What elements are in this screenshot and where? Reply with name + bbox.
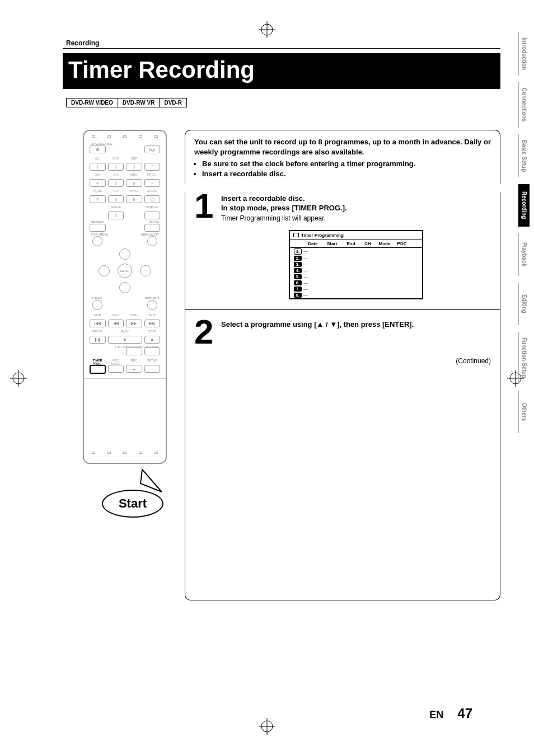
media-tag: DVD-RW VIDEO <box>66 98 118 107</box>
dpad: ENTER <box>99 248 151 293</box>
table-row: 2.--- <box>290 255 422 261</box>
intro-box: You can set the unit to record up to 8 p… <box>185 130 500 184</box>
media-tag: DVD-RW VR <box>118 98 160 107</box>
table-row: 7.--- <box>290 286 422 292</box>
table-row: 1.--- <box>290 248 422 255</box>
timer-prog-button <box>90 365 106 374</box>
intro-bullet: Insert a recordable disc. <box>202 169 491 179</box>
dpad-up-icon <box>119 248 130 260</box>
dpad-right-icon <box>140 265 151 276</box>
dpad-left-icon <box>99 265 110 276</box>
crop-mark-left <box>10 370 27 387</box>
intro-lead: You can set the unit to record up to 8 p… <box>194 137 491 157</box>
timer-programming-table: Timer Programming Date Start End CH Mode… <box>289 230 423 299</box>
breadcrumb: Recording <box>63 39 500 49</box>
section-tab: Playback <box>518 233 530 276</box>
crop-mark-bottom <box>259 718 275 735</box>
step-2: 2 Select a programme using [▲ / ▼], then… <box>194 318 491 346</box>
section-tab: Introduction <box>518 32 530 76</box>
section-tab: Function Setup <box>518 332 530 384</box>
section-tab: Editing <box>518 283 530 325</box>
steps-box: 1 Insert a recordable disc. In stop mode… <box>185 192 500 600</box>
power-button: I/⏻ <box>144 145 161 153</box>
media-tag: DVD-R <box>159 98 187 107</box>
enter-button: ENTER <box>118 264 132 278</box>
section-tab: Others <box>518 391 530 433</box>
step-number: 2 <box>194 318 221 346</box>
rewind-icon: ◀◀ <box>108 320 124 327</box>
pause-icon: ❚❚ <box>90 336 106 344</box>
page-footer: EN 47 <box>429 706 472 721</box>
step-heading-line: Insert a recordable disc. <box>221 194 491 204</box>
step-heading-line: In stop mode, press [TIMER PROG.]. <box>221 204 491 213</box>
section-tab: Connections <box>518 82 530 128</box>
rec-icon: ● <box>126 365 142 373</box>
table-row: 4.--- <box>290 267 422 274</box>
skip-fwd-icon: ▶▶| <box>144 320 161 327</box>
step-heading-line: Select a programme using [▲ / ▼], then p… <box>221 320 491 330</box>
intro-bullet: Be sure to set the clock before entering… <box>202 159 491 169</box>
section-tab: Recording <box>518 184 530 227</box>
stop-icon: ■ <box>144 336 161 344</box>
section-tab: Basic Setup <box>518 134 530 177</box>
media-tags: DVD-RW VIDEODVD-RW VRDVD-R <box>63 97 500 107</box>
list-icon <box>293 233 299 237</box>
play-icon: ▶ <box>108 336 142 344</box>
forward-icon: ▶▶ <box>126 320 142 327</box>
table-row: 5.--- <box>290 274 422 280</box>
section-tabs: IntroductionConnectionsBasic SetupRecord… <box>518 32 534 440</box>
crop-mark-top <box>259 21 275 38</box>
footer-page-number: 47 <box>457 706 472 721</box>
page-title-bar: Timer Recording <box>63 53 500 89</box>
dpad-down-icon <box>119 282 130 293</box>
table-row: 6.--- <box>290 280 422 286</box>
step-1: 1 Insert a recordable disc. In stop mode… <box>194 192 491 299</box>
table-row: 3.--- <box>290 261 422 267</box>
start-callout: Start <box>102 490 163 518</box>
step-subtext: Timer Programming list will appear. <box>221 214 491 222</box>
continued-label: (Continued) <box>194 357 491 365</box>
step-number: 1 <box>194 192 221 299</box>
table-row: 8.--- <box>290 292 422 298</box>
skip-back-icon: |◀◀ <box>90 320 106 327</box>
page-title: Timer Recording <box>68 57 495 83</box>
footer-lang: EN <box>429 709 443 720</box>
remote-illustration: OPEN/CLOSE ⏏ I/⏻ @./ ABC DEF 1 2 3 ⌃ GHI… <box>83 130 167 464</box>
step-separator <box>185 309 500 310</box>
eject-button: ⏏ <box>90 145 106 153</box>
